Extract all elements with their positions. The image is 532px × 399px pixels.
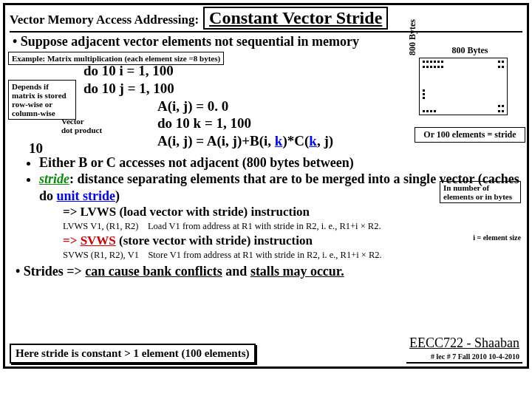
svws-desc: Store V1 from address at R1 with stride … bbox=[148, 250, 381, 260]
svws-arrow: => SVWS (store vector with stride) instr… bbox=[63, 233, 522, 249]
lvws-sig: LVWS V1, (R1, R2) bbox=[63, 221, 138, 231]
course-sub: # lec # 7 Fall 2010 10-4-2010 bbox=[409, 352, 519, 361]
bullet-either: Either B or C accesses not adjacent (800… bbox=[39, 154, 522, 171]
stride-word: stride bbox=[39, 171, 69, 186]
stride-end: ) bbox=[115, 188, 120, 203]
lvws-line: LVWS V1, (R1, R2) Load V1 from address a… bbox=[63, 220, 522, 232]
course-name: EECC722 - Shaaban bbox=[409, 335, 519, 351]
course-block: EECC722 - Shaaban # lec # 7 Fall 2010 10… bbox=[406, 334, 522, 364]
matrix-left-label: 800 Bytes bbox=[407, 19, 418, 55]
code-l3: A(i, j) = 0. 0 bbox=[157, 98, 522, 115]
i-elem-size: i = element size bbox=[473, 233, 521, 242]
unit-stride: unit stride bbox=[57, 188, 116, 203]
code-block: do 10 i = 1, 100 do 10 j = 1, 100 A(i, j… bbox=[10, 62, 522, 150]
code-l1: do 10 i = 1, 100 bbox=[83, 62, 522, 80]
header-left: Vector Memory Access Addressing: bbox=[10, 13, 199, 27]
depends-box: Depends if matrix is stored row-wise or … bbox=[8, 80, 76, 120]
slide-frame: Vector Memory Access Addressing: Constan… bbox=[3, 3, 529, 369]
code-l2: do 10 j = 1, 100 bbox=[83, 80, 522, 98]
in-number-box: In number of elements or in bytes bbox=[440, 181, 521, 203]
matrix-top-label: 800 Bytes bbox=[419, 45, 521, 56]
bullet-strides: • Strides => can cause bank conflicts an… bbox=[24, 264, 522, 279]
code-l5-post: , j) bbox=[317, 133, 333, 149]
lvws-desc: Load V1 from address at R1 with stride i… bbox=[148, 221, 381, 231]
lvws-arrow: => LVWS (load vector with stride) instru… bbox=[63, 204, 522, 220]
svws-pre: => bbox=[63, 233, 81, 248]
code-l4: do 10 k = 1, 100 bbox=[157, 115, 522, 132]
label-10: 10 bbox=[29, 140, 43, 157]
svws-sig: SVWS (R1, R2), V1 bbox=[63, 250, 139, 260]
footer-box: Here stride is constant > 1 element (100… bbox=[10, 344, 256, 364]
code-l5-k1: k bbox=[275, 133, 283, 149]
code-l5-pre: A(i, j) = A(i, j)+B(i, bbox=[157, 133, 275, 149]
vector-dot-label: Vector dot product bbox=[61, 117, 102, 134]
code-l5-k2: k bbox=[309, 133, 317, 149]
svws-post: (store vector with stride) instruction bbox=[116, 233, 313, 248]
code-l5: A(i, j) = A(i, j)+B(i, k)*C(k, j) bbox=[157, 132, 522, 150]
header: Vector Memory Access Addressing: Constan… bbox=[10, 7, 522, 33]
code-l5-mid: )*C( bbox=[282, 133, 309, 149]
svws-line: SVWS (R1, R2), V1 Store V1 from address … bbox=[63, 249, 522, 261]
header-right: Constant Vector Stride bbox=[203, 7, 388, 30]
svws-word: SVWS bbox=[81, 233, 116, 248]
